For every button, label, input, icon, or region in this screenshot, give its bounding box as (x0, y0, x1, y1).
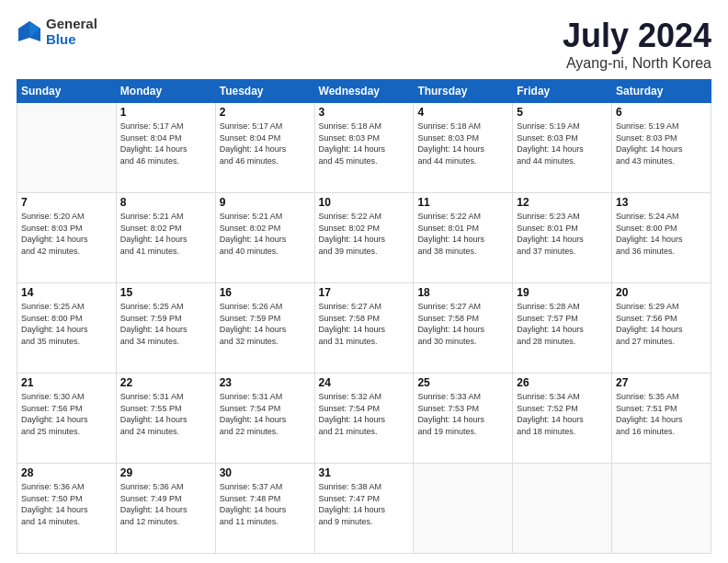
day-info: Sunrise: 5:28 AM Sunset: 7:57 PM Dayligh… (517, 301, 608, 347)
calendar-cell: 16Sunrise: 5:26 AM Sunset: 7:59 PM Dayli… (215, 283, 314, 373)
day-info: Sunrise: 5:33 AM Sunset: 7:53 PM Dayligh… (417, 391, 508, 437)
day-number: 30 (220, 466, 311, 479)
calendar-day-header: Friday (513, 80, 612, 103)
day-number: 15 (120, 286, 211, 299)
day-number: 18 (417, 286, 508, 299)
calendar-cell: 15Sunrise: 5:25 AM Sunset: 7:59 PM Dayli… (116, 283, 215, 373)
day-number: 27 (616, 376, 707, 389)
calendar-week-row: 14Sunrise: 5:25 AM Sunset: 8:00 PM Dayli… (17, 283, 711, 373)
calendar-cell: 14Sunrise: 5:25 AM Sunset: 8:00 PM Dayli… (17, 283, 117, 373)
calendar-cell: 6Sunrise: 5:19 AM Sunset: 8:03 PM Daylig… (612, 103, 711, 193)
day-info: Sunrise: 5:29 AM Sunset: 7:56 PM Dayligh… (616, 301, 707, 347)
day-info: Sunrise: 5:19 AM Sunset: 8:03 PM Dayligh… (517, 121, 608, 167)
calendar-cell: 19Sunrise: 5:28 AM Sunset: 7:57 PM Dayli… (513, 283, 612, 373)
day-number: 23 (220, 376, 311, 389)
day-number: 11 (417, 196, 508, 209)
day-info: Sunrise: 5:36 AM Sunset: 7:49 PM Dayligh… (120, 481, 211, 527)
calendar-cell: 21Sunrise: 5:30 AM Sunset: 7:56 PM Dayli… (17, 373, 117, 464)
day-number: 22 (120, 376, 211, 389)
day-info: Sunrise: 5:17 AM Sunset: 8:04 PM Dayligh… (120, 121, 211, 167)
calendar-cell: 23Sunrise: 5:31 AM Sunset: 7:54 PM Dayli… (215, 373, 314, 464)
day-info: Sunrise: 5:21 AM Sunset: 8:02 PM Dayligh… (220, 211, 311, 257)
day-number: 14 (21, 286, 112, 299)
calendar-day-header: Thursday (414, 80, 513, 103)
main-title: July 2024 (563, 17, 711, 55)
logo-text: General Blue (46, 17, 97, 47)
day-info: Sunrise: 5:34 AM Sunset: 7:52 PM Dayligh… (517, 391, 608, 437)
day-info: Sunrise: 5:35 AM Sunset: 7:51 PM Dayligh… (616, 391, 707, 437)
calendar-week-row: 7Sunrise: 5:20 AM Sunset: 8:03 PM Daylig… (17, 193, 711, 283)
day-info: Sunrise: 5:30 AM Sunset: 7:56 PM Dayligh… (21, 391, 112, 437)
calendar-cell (513, 464, 612, 554)
day-number: 7 (21, 196, 112, 209)
page: General Blue July 2024 Ayang-ni, North K… (0, 0, 728, 563)
calendar-cell: 5Sunrise: 5:19 AM Sunset: 8:03 PM Daylig… (513, 103, 612, 193)
calendar-cell: 10Sunrise: 5:22 AM Sunset: 8:02 PM Dayli… (314, 193, 414, 283)
calendar-cell: 18Sunrise: 5:27 AM Sunset: 7:58 PM Dayli… (414, 283, 513, 373)
day-info: Sunrise: 5:38 AM Sunset: 7:47 PM Dayligh… (319, 481, 410, 527)
day-info: Sunrise: 5:27 AM Sunset: 7:58 PM Dayligh… (319, 301, 410, 347)
day-number: 1 (120, 106, 211, 119)
day-info: Sunrise: 5:22 AM Sunset: 8:02 PM Dayligh… (319, 211, 410, 257)
logo-blue: Blue (46, 32, 97, 48)
day-info: Sunrise: 5:19 AM Sunset: 8:03 PM Dayligh… (616, 121, 707, 167)
calendar-cell: 28Sunrise: 5:36 AM Sunset: 7:50 PM Dayli… (17, 464, 117, 554)
calendar-cell: 24Sunrise: 5:32 AM Sunset: 7:54 PM Dayli… (314, 373, 414, 464)
calendar-cell: 20Sunrise: 5:29 AM Sunset: 7:56 PM Dayli… (612, 283, 711, 373)
day-number: 25 (417, 376, 508, 389)
day-info: Sunrise: 5:17 AM Sunset: 8:04 PM Dayligh… (220, 121, 311, 167)
calendar-cell: 11Sunrise: 5:22 AM Sunset: 8:01 PM Dayli… (414, 193, 513, 283)
day-number: 17 (319, 286, 410, 299)
calendar-cell: 22Sunrise: 5:31 AM Sunset: 7:55 PM Dayli… (116, 373, 215, 464)
calendar-week-row: 21Sunrise: 5:30 AM Sunset: 7:56 PM Dayli… (17, 373, 711, 464)
day-info: Sunrise: 5:25 AM Sunset: 7:59 PM Dayligh… (120, 301, 211, 347)
day-number: 8 (120, 196, 211, 209)
logo-icon (17, 19, 42, 45)
day-number: 13 (616, 196, 707, 209)
calendar-header-row: SundayMondayTuesdayWednesdayThursdayFrid… (17, 80, 711, 103)
calendar: SundayMondayTuesdayWednesdayThursdayFrid… (17, 79, 711, 554)
day-number: 26 (517, 376, 608, 389)
calendar-cell: 9Sunrise: 5:21 AM Sunset: 8:02 PM Daylig… (215, 193, 314, 283)
calendar-day-header: Monday (116, 80, 215, 103)
day-info: Sunrise: 5:31 AM Sunset: 7:54 PM Dayligh… (220, 391, 311, 437)
day-info: Sunrise: 5:37 AM Sunset: 7:48 PM Dayligh… (220, 481, 311, 527)
day-number: 9 (220, 196, 311, 209)
calendar-cell: 26Sunrise: 5:34 AM Sunset: 7:52 PM Dayli… (513, 373, 612, 464)
logo-general: General (46, 17, 97, 32)
day-info: Sunrise: 5:36 AM Sunset: 7:50 PM Dayligh… (21, 481, 112, 527)
calendar-cell: 3Sunrise: 5:18 AM Sunset: 8:03 PM Daylig… (314, 103, 414, 193)
calendar-cell: 29Sunrise: 5:36 AM Sunset: 7:49 PM Dayli… (116, 464, 215, 554)
day-number: 2 (220, 106, 311, 119)
calendar-week-row: 28Sunrise: 5:36 AM Sunset: 7:50 PM Dayli… (17, 464, 711, 554)
day-number: 28 (21, 466, 112, 479)
calendar-cell: 8Sunrise: 5:21 AM Sunset: 8:02 PM Daylig… (116, 193, 215, 283)
calendar-cell: 13Sunrise: 5:24 AM Sunset: 8:00 PM Dayli… (612, 193, 711, 283)
calendar-cell: 25Sunrise: 5:33 AM Sunset: 7:53 PM Dayli… (414, 373, 513, 464)
calendar-cell: 31Sunrise: 5:38 AM Sunset: 7:47 PM Dayli… (314, 464, 414, 554)
calendar-cell: 27Sunrise: 5:35 AM Sunset: 7:51 PM Dayli… (612, 373, 711, 464)
day-info: Sunrise: 5:23 AM Sunset: 8:01 PM Dayligh… (517, 211, 608, 257)
calendar-cell: 30Sunrise: 5:37 AM Sunset: 7:48 PM Dayli… (215, 464, 314, 554)
calendar-day-header: Sunday (17, 80, 117, 103)
calendar-day-header: Tuesday (215, 80, 314, 103)
day-info: Sunrise: 5:18 AM Sunset: 8:03 PM Dayligh… (319, 121, 410, 167)
calendar-cell: 4Sunrise: 5:18 AM Sunset: 8:03 PM Daylig… (414, 103, 513, 193)
day-number: 3 (319, 106, 410, 119)
day-number: 5 (517, 106, 608, 119)
day-number: 19 (517, 286, 608, 299)
calendar-cell: 7Sunrise: 5:20 AM Sunset: 8:03 PM Daylig… (17, 193, 117, 283)
day-number: 12 (517, 196, 608, 209)
day-info: Sunrise: 5:27 AM Sunset: 7:58 PM Dayligh… (417, 301, 508, 347)
day-info: Sunrise: 5:26 AM Sunset: 7:59 PM Dayligh… (220, 301, 311, 347)
calendar-day-header: Saturday (612, 80, 711, 103)
calendar-cell: 1Sunrise: 5:17 AM Sunset: 8:04 PM Daylig… (116, 103, 215, 193)
day-info: Sunrise: 5:21 AM Sunset: 8:02 PM Dayligh… (120, 211, 211, 257)
day-number: 20 (616, 286, 707, 299)
title-block: July 2024 Ayang-ni, North Korea (563, 17, 711, 72)
calendar-week-row: 1Sunrise: 5:17 AM Sunset: 8:04 PM Daylig… (17, 103, 711, 193)
day-number: 6 (616, 106, 707, 119)
calendar-cell (612, 464, 711, 554)
calendar-cell (17, 103, 117, 193)
day-number: 4 (417, 106, 508, 119)
